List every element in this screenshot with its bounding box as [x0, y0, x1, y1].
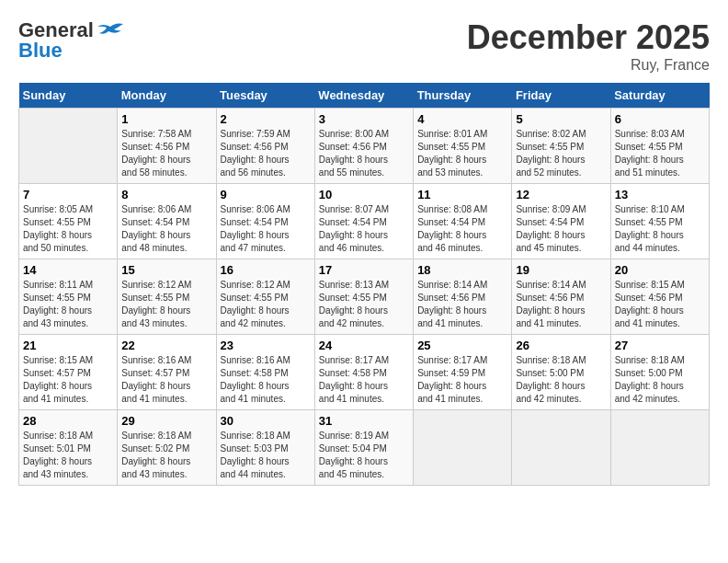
day-info: Sunrise: 8:18 AM Sunset: 5:02 PM Dayligh… — [121, 430, 211, 481]
header-thursday: Thursday — [414, 83, 512, 109]
day-number: 25 — [417, 339, 507, 352]
day-info: Sunrise: 8:16 AM Sunset: 4:57 PM Dayligh… — [121, 354, 211, 406]
day-number: 19 — [516, 263, 606, 277]
day-info: Sunrise: 8:03 AM Sunset: 4:55 PM Dayligh… — [615, 128, 705, 179]
day-number: 26 — [516, 339, 606, 352]
day-number: 18 — [417, 263, 507, 277]
day-info: Sunrise: 8:17 AM Sunset: 4:59 PM Dayligh… — [417, 354, 507, 406]
day-cell: 13Sunrise: 8:10 AM Sunset: 4:55 PM Dayli… — [610, 184, 709, 259]
header-friday: Friday — [512, 83, 610, 109]
day-cell — [512, 410, 610, 486]
day-number: 8 — [121, 188, 211, 201]
calendar-table: SundayMondayTuesdayWednesdayThursdayFrid… — [18, 83, 710, 486]
day-cell: 8Sunrise: 8:06 AM Sunset: 4:54 PM Daylig… — [118, 184, 216, 259]
day-number: 29 — [121, 414, 211, 428]
header-row: SundayMondayTuesdayWednesdayThursdayFrid… — [19, 83, 710, 109]
day-cell: 12Sunrise: 8:09 AM Sunset: 4:54 PM Dayli… — [512, 184, 610, 259]
day-number: 5 — [516, 112, 606, 126]
day-cell: 20Sunrise: 8:15 AM Sunset: 4:56 PM Dayli… — [610, 259, 709, 335]
day-number: 2 — [221, 112, 311, 126]
day-info: Sunrise: 8:10 AM Sunset: 4:55 PM Dayligh… — [615, 203, 705, 255]
day-info: Sunrise: 8:02 AM Sunset: 4:55 PM Dayligh… — [516, 128, 606, 179]
day-info: Sunrise: 8:18 AM Sunset: 5:03 PM Dayligh… — [221, 430, 311, 481]
day-cell: 24Sunrise: 8:17 AM Sunset: 4:58 PM Dayli… — [314, 335, 413, 410]
day-info: Sunrise: 8:18 AM Sunset: 5:01 PM Dayligh… — [23, 430, 113, 481]
header-wednesday: Wednesday — [314, 83, 413, 109]
day-number: 1 — [121, 112, 211, 126]
day-cell: 18Sunrise: 8:14 AM Sunset: 4:56 PM Dayli… — [414, 259, 512, 335]
day-cell: 31Sunrise: 8:19 AM Sunset: 5:04 PM Dayli… — [314, 410, 413, 486]
day-cell: 23Sunrise: 8:16 AM Sunset: 4:58 PM Dayli… — [216, 335, 314, 410]
day-info: Sunrise: 8:15 AM Sunset: 4:57 PM Dayligh… — [23, 354, 113, 406]
day-info: Sunrise: 8:19 AM Sunset: 5:04 PM Dayligh… — [319, 430, 409, 481]
day-number: 28 — [23, 414, 113, 428]
day-cell: 17Sunrise: 8:13 AM Sunset: 4:55 PM Dayli… — [314, 259, 413, 335]
day-cell: 5Sunrise: 8:02 AM Sunset: 4:55 PM Daylig… — [512, 109, 610, 184]
day-number: 12 — [516, 188, 606, 201]
day-cell: 27Sunrise: 8:18 AM Sunset: 5:00 PM Dayli… — [610, 335, 709, 410]
day-info: Sunrise: 8:06 AM Sunset: 4:54 PM Dayligh… — [121, 203, 211, 255]
logo: General Blue — [18, 18, 123, 63]
day-number: 24 — [319, 339, 409, 352]
day-cell: 19Sunrise: 8:14 AM Sunset: 4:56 PM Dayli… — [512, 259, 610, 335]
day-cell: 15Sunrise: 8:12 AM Sunset: 4:55 PM Dayli… — [118, 259, 216, 335]
location: Ruy, France — [467, 57, 710, 74]
day-info: Sunrise: 8:12 AM Sunset: 4:55 PM Dayligh… — [121, 279, 211, 330]
day-info: Sunrise: 8:14 AM Sunset: 4:56 PM Dayligh… — [417, 279, 507, 330]
day-cell: 28Sunrise: 8:18 AM Sunset: 5:01 PM Dayli… — [19, 410, 118, 486]
day-cell: 29Sunrise: 8:18 AM Sunset: 5:02 PM Dayli… — [118, 410, 216, 486]
day-number: 17 — [319, 263, 409, 277]
header-sunday: Sunday — [19, 83, 118, 109]
week-row-5: 28Sunrise: 8:18 AM Sunset: 5:01 PM Dayli… — [19, 410, 710, 486]
day-number: 16 — [221, 263, 311, 277]
day-cell: 2Sunrise: 7:59 AM Sunset: 4:56 PM Daylig… — [216, 109, 314, 184]
day-info: Sunrise: 8:18 AM Sunset: 5:00 PM Dayligh… — [516, 354, 606, 406]
day-cell: 1Sunrise: 7:58 AM Sunset: 4:56 PM Daylig… — [118, 109, 216, 184]
day-info: Sunrise: 8:14 AM Sunset: 4:56 PM Dayligh… — [516, 279, 606, 330]
day-cell: 11Sunrise: 8:08 AM Sunset: 4:54 PM Dayli… — [414, 184, 512, 259]
day-number: 22 — [121, 339, 211, 352]
day-number: 27 — [615, 339, 705, 352]
day-number: 4 — [417, 112, 507, 126]
day-info: Sunrise: 7:58 AM Sunset: 4:56 PM Dayligh… — [121, 128, 211, 179]
day-info: Sunrise: 8:06 AM Sunset: 4:54 PM Dayligh… — [221, 203, 311, 255]
day-cell: 26Sunrise: 8:18 AM Sunset: 5:00 PM Dayli… — [512, 335, 610, 410]
header-tuesday: Tuesday — [216, 83, 314, 109]
day-number: 23 — [221, 339, 311, 352]
day-number: 3 — [319, 112, 409, 126]
day-cell: 14Sunrise: 8:11 AM Sunset: 4:55 PM Dayli… — [19, 259, 118, 335]
day-cell — [414, 410, 512, 486]
day-cell — [610, 410, 709, 486]
logo-blue: Blue — [18, 39, 63, 63]
day-info: Sunrise: 8:15 AM Sunset: 4:56 PM Dayligh… — [615, 279, 705, 330]
day-info: Sunrise: 8:05 AM Sunset: 4:55 PM Dayligh… — [23, 203, 113, 255]
title-block: December 2025 Ruy, France — [467, 18, 710, 74]
day-number: 15 — [121, 263, 211, 277]
day-info: Sunrise: 8:01 AM Sunset: 4:55 PM Dayligh… — [417, 128, 507, 179]
page-header: General Blue December 2025 Ruy, France — [18, 18, 710, 74]
day-number: 9 — [221, 188, 311, 201]
day-number: 30 — [221, 414, 311, 428]
week-row-2: 7Sunrise: 8:05 AM Sunset: 4:55 PM Daylig… — [19, 184, 710, 259]
week-row-3: 14Sunrise: 8:11 AM Sunset: 4:55 PM Dayli… — [19, 259, 710, 335]
day-info: Sunrise: 8:07 AM Sunset: 4:54 PM Dayligh… — [319, 203, 409, 255]
day-cell: 30Sunrise: 8:18 AM Sunset: 5:03 PM Dayli… — [216, 410, 314, 486]
day-info: Sunrise: 8:00 AM Sunset: 4:56 PM Dayligh… — [319, 128, 409, 179]
day-number: 13 — [615, 188, 705, 201]
day-cell: 21Sunrise: 8:15 AM Sunset: 4:57 PM Dayli… — [19, 335, 118, 410]
day-number: 20 — [615, 263, 705, 277]
day-number: 6 — [615, 112, 705, 126]
day-cell: 10Sunrise: 8:07 AM Sunset: 4:54 PM Dayli… — [314, 184, 413, 259]
day-cell: 4Sunrise: 8:01 AM Sunset: 4:55 PM Daylig… — [414, 109, 512, 184]
day-cell: 22Sunrise: 8:16 AM Sunset: 4:57 PM Dayli… — [118, 335, 216, 410]
day-info: Sunrise: 8:12 AM Sunset: 4:55 PM Dayligh… — [221, 279, 311, 330]
day-cell: 3Sunrise: 8:00 AM Sunset: 4:56 PM Daylig… — [314, 109, 413, 184]
day-number: 7 — [23, 188, 113, 201]
month-title: December 2025 — [467, 18, 710, 57]
logo-bird-icon — [97, 22, 123, 39]
day-number: 21 — [23, 339, 113, 352]
week-row-1: 1Sunrise: 7:58 AM Sunset: 4:56 PM Daylig… — [19, 109, 710, 184]
day-info: Sunrise: 8:13 AM Sunset: 4:55 PM Dayligh… — [319, 279, 409, 330]
header-saturday: Saturday — [610, 83, 709, 109]
day-number: 14 — [23, 263, 113, 277]
